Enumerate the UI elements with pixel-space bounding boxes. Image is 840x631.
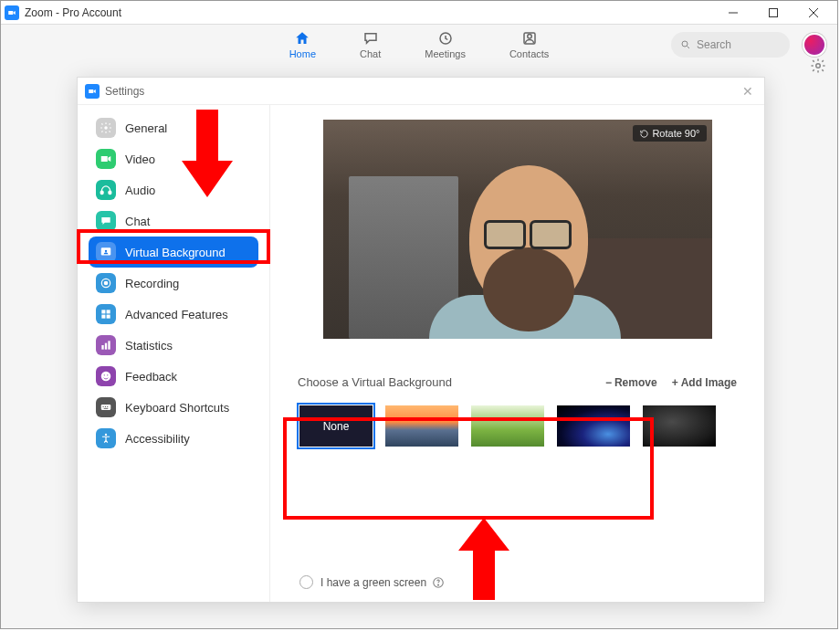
add-image-button[interactable]: + Add Image [672,376,737,389]
add-image-label: Add Image [681,376,737,389]
chat-icon [96,211,116,231]
help-icon[interactable] [432,576,445,589]
section-title: Choose a Virtual Background [298,375,591,389]
settings-titlebar: Settings ✕ [78,78,764,105]
sidebar-label: Statistics [125,339,173,352]
settings-close-button[interactable]: ✕ [739,84,757,99]
sidebar-item-chat[interactable]: Chat [78,205,269,237]
thumb-dark[interactable] [643,405,716,447]
svg-rect-18 [107,310,110,313]
rotate-button[interactable]: Rotate 90° [633,125,706,142]
settings-title: Settings [105,85,739,98]
titlebar: Zoom - Pro Account [1,1,837,25]
svg-rect-17 [101,310,105,313]
thumb-bridge[interactable] [385,405,458,447]
nav-chat-label: Chat [360,48,381,59]
greenscreen-checkbox[interactable] [299,575,313,589]
search-input[interactable]: Search [671,32,790,58]
thumb-earth[interactable] [557,405,630,447]
sidebar-label: Chat [125,215,150,228]
svg-point-28 [103,406,104,407]
svg-rect-21 [101,345,103,350]
sidebar-item-accessibility[interactable]: Accessibility [78,423,269,454]
nav-meetings-label: Meetings [425,48,466,59]
svg-rect-12 [109,191,111,195]
avatar[interactable] [803,33,826,57]
svg-point-34 [438,584,439,585]
svg-point-16 [104,281,109,286]
home-icon [293,30,311,47]
sidebar-label: Recording [125,277,179,290]
settings-gear-icon[interactable] [810,58,826,78]
svg-rect-20 [107,315,110,319]
svg-point-32 [105,434,107,436]
svg-rect-22 [105,343,107,350]
clock-icon [436,30,455,47]
svg-point-25 [104,374,105,375]
svg-rect-23 [108,341,110,349]
nav-meetings[interactable]: Meetings [425,30,466,59]
plus-icon: + [672,376,678,389]
statistics-icon [96,335,116,355]
sidebar-item-virtual-background[interactable]: Virtual Background [89,237,258,268]
sidebar-label: Virtual Background [125,246,226,259]
rotate-icon [639,129,649,139]
feedback-icon [96,366,116,386]
sidebar-item-recording[interactable]: Recording [78,268,269,299]
svg-point-29 [105,406,106,407]
maximize-button[interactable] [753,1,793,25]
sidebar-item-general[interactable]: General [78,112,269,143]
greenscreen-label: I have a green screen [320,576,426,589]
svg-point-9 [816,64,821,68]
main-toolbar: Home Chat Meetings Contacts Search [1,25,837,65]
svg-point-24 [101,372,111,382]
sidebar-item-advanced[interactable]: Advanced Features [78,299,269,330]
sidebar-label: General [125,121,167,135]
search-icon [680,39,691,50]
nav-home-label: Home [289,48,316,59]
nav-home[interactable]: Home [289,30,316,59]
video-preview: Rotate 90° [323,120,712,339]
sidebar-label: Accessibility [125,432,190,446]
sidebar-item-feedback[interactable]: Feedback [78,361,269,392]
window-title: Zoom - Pro Account [25,6,713,19]
background-thumbnails: None [292,400,742,452]
nav-contacts[interactable]: Contacts [509,30,549,59]
settings-sidebar: General Video Audio Chat Virtual Backgro… [78,105,269,602]
svg-point-10 [104,126,108,130]
remove-button[interactable]: − Remove [605,376,657,389]
svg-point-30 [107,406,108,407]
thumb-none-label: None [323,420,350,433]
sidebar-label: Feedback [125,370,177,384]
audio-icon [96,180,116,200]
sidebar-label: Video [125,152,155,166]
svg-point-26 [107,374,108,375]
settings-window: Settings ✕ General Video Audio [77,77,765,603]
svg-rect-19 [101,315,105,319]
svg-rect-27 [101,405,111,410]
search-placeholder: Search [697,38,731,51]
nav-contacts-label: Contacts [509,48,549,59]
svg-point-5 [527,35,531,39]
gear-icon [96,118,116,138]
sidebar-item-audio[interactable]: Audio [78,174,269,205]
rotate-label: Rotate 90° [652,128,699,139]
video-icon [96,149,116,169]
settings-app-icon [85,84,100,99]
app-icon [5,5,19,20]
nav-chat[interactable]: Chat [360,30,381,59]
thumb-grass[interactable] [471,405,544,447]
close-button[interactable] [793,1,834,25]
chat-icon [362,30,380,47]
accessibility-icon [96,428,116,448]
minus-icon: − [605,376,612,389]
sidebar-item-video[interactable]: Video [78,143,269,174]
sidebar-item-keyboard[interactable]: Keyboard Shortcuts [78,392,269,423]
sidebar-item-statistics[interactable]: Statistics [78,330,269,361]
minimize-button[interactable] [713,1,753,25]
thumb-none[interactable]: None [299,405,373,447]
svg-point-7 [682,41,688,47]
keyboard-icon [96,397,116,417]
sidebar-label: Audio [125,184,155,197]
sidebar-label: Advanced Features [125,308,228,321]
